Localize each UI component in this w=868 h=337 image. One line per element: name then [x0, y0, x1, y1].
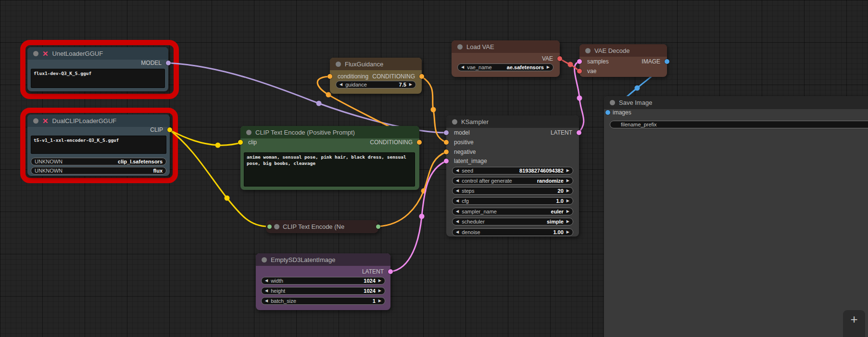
node-canvas[interactable]: ✕ UnetLoaderGGUF MODEL flux1-dev-Q3_K_S.… [0, 0, 868, 337]
increment-arrow-icon[interactable]: ▶ [378, 289, 381, 293]
widget-clip-name2[interactable]: UNKNOWN clip_l.safetensors [31, 158, 166, 165]
node-titlebar[interactable]: EmptySD3LatentImage [256, 253, 390, 266]
increment-arrow-icon[interactable]: ▶ [547, 65, 550, 69]
input-port-conditioning[interactable] [327, 74, 332, 79]
node-titlebar[interactable]: ✕ DualCLIPLoaderGGUF [27, 114, 170, 127]
input-port-model[interactable] [444, 130, 449, 135]
widget-type[interactable]: UNKNOWN flux [31, 167, 166, 175]
increment-arrow-icon[interactable]: ▶ [566, 199, 569, 203]
collapse-toggle[interactable] [457, 44, 463, 50]
prompt-text-field[interactable]: anime woman, sensual pose, pink hair, bl… [244, 152, 415, 187]
input-port-positive[interactable] [444, 140, 449, 145]
increment-arrow-icon[interactable]: ▶ [409, 83, 412, 87]
zoom-out-button[interactable]: − [850, 328, 857, 337]
input-port-samples[interactable] [577, 59, 582, 64]
decrement-arrow-icon[interactable]: ◀ [456, 199, 459, 203]
widget-width[interactable]: ◀ width 1024 ▶ [261, 277, 385, 285]
output-port-conditioning[interactable] [417, 140, 422, 145]
collapse-toggle[interactable] [274, 224, 279, 229]
widget-denoise[interactable]: ◀ denoise 1.00 ▶ [452, 228, 573, 236]
collapse-toggle[interactable] [610, 100, 615, 105]
widget-scheduler[interactable]: ◀ scheduler simple ▶ [452, 218, 573, 225]
increment-arrow-icon[interactable]: ▶ [378, 279, 381, 283]
output-port-latent[interactable] [577, 130, 581, 135]
node-title: UnetLoaderGGUF [52, 50, 103, 57]
widget-seed[interactable]: ◀ seed 819382746094382 ▶ [452, 167, 573, 175]
decrement-arrow-icon[interactable]: ◀ [461, 65, 464, 69]
node-cliptextencode-positive[interactable]: CLIP Text Encode (Positive Prompt) clip … [240, 126, 419, 190]
increment-arrow-icon[interactable]: ▶ [566, 230, 569, 234]
collapse-toggle[interactable] [585, 48, 591, 53]
decrement-arrow-icon[interactable]: ◀ [456, 179, 459, 183]
node-ksampler[interactable]: KSampler model positive negative latent_… [446, 115, 579, 237]
node-emptysd3latentimage[interactable]: EmptySD3LatentImage LATENT ◀ width 1024 … [256, 253, 390, 310]
node-titlebar[interactable]: CLIP Text Encode (Positive Prompt) [240, 126, 419, 138]
decrement-arrow-icon[interactable]: ◀ [456, 230, 459, 234]
output-port-conditioning[interactable] [419, 74, 424, 79]
widget-batch-size[interactable]: ◀ batch_size 1 ▶ [261, 297, 385, 305]
widget-steps[interactable]: ◀ steps 20 ▶ [452, 187, 573, 195]
increment-arrow-icon[interactable]: ▶ [566, 210, 569, 213]
output-port-vae[interactable] [557, 56, 562, 61]
output-port-image[interactable] [665, 59, 669, 64]
output-port-clip[interactable] [167, 127, 172, 132]
increment-arrow-icon[interactable]: ▶ [566, 169, 569, 173]
node-titlebar[interactable]: KSampler [446, 115, 579, 128]
collapse-toggle[interactable] [336, 62, 341, 67]
node-titlebar[interactable]: Save Image [604, 96, 868, 109]
decrement-arrow-icon[interactable]: ◀ [456, 210, 459, 213]
collapse-toggle[interactable] [33, 51, 38, 56]
collapse-toggle[interactable] [246, 130, 252, 135]
node-titlebar[interactable]: Load VAE [452, 40, 560, 53]
output-port-latent[interactable] [388, 269, 393, 274]
increment-arrow-icon[interactable]: ▶ [566, 189, 569, 193]
collapse-toggle[interactable] [262, 257, 267, 262]
node-dualcliploadergguf[interactable]: ✕ DualCLIPLoaderGGUF CLIP t5-v1_1-xxl-en… [27, 114, 170, 176]
widget-value: ae.safetensors [507, 64, 544, 70]
node-cliptextencode-negative-collapsed[interactable]: CLIP Text Encode (Ne [266, 220, 378, 233]
increment-arrow-icon[interactable]: ▶ [378, 299, 381, 303]
increment-arrow-icon[interactable]: ▶ [566, 220, 569, 224]
decrement-arrow-icon[interactable]: ◀ [456, 220, 459, 224]
increment-arrow-icon[interactable]: ▶ [566, 179, 569, 183]
node-titlebar[interactable]: VAE Decode [579, 44, 667, 57]
node-titlebar[interactable]: FluxGuidance [330, 58, 422, 70]
widget-guidance[interactable]: ◀ guidance 7.5 ▶ [336, 81, 416, 88]
node-loadvae[interactable]: Load VAE VAE ◀ vae_name ae.safetensors ▶ [452, 40, 560, 77]
widget-cfg[interactable]: ◀ cfg 1.0 ▶ [452, 197, 573, 205]
decrement-arrow-icon[interactable]: ◀ [265, 299, 268, 303]
decrement-arrow-icon[interactable]: ◀ [456, 169, 459, 173]
input-port-negative[interactable] [444, 150, 449, 154]
widget-height[interactable]: ◀ height 1024 ▶ [261, 287, 385, 295]
clip-name-field[interactable]: t5-v1_1-xxl-encoder-Q3_K_S.gguf [31, 136, 166, 154]
node-fluxguidance[interactable]: FluxGuidance conditioning CONDITIONING ◀… [330, 58, 422, 94]
unet-name-field[interactable]: flux1-dev-Q3_K_S.gguf [31, 69, 165, 88]
decrement-arrow-icon[interactable]: ◀ [456, 189, 459, 193]
input-port-vae[interactable] [577, 69, 582, 74]
input-port-clip[interactable] [238, 140, 243, 145]
input-port-images[interactable] [605, 110, 610, 115]
node-titlebar[interactable]: ✕ UnetLoaderGGUF [27, 47, 168, 60]
decrement-arrow-icon[interactable]: ◀ [265, 279, 268, 283]
node-vaedecode[interactable]: VAE Decode samples vae IMAGE [579, 44, 667, 77]
widget-sampler-name[interactable]: ◀ sampler_name euler ▶ [452, 208, 573, 215]
output-port-model[interactable] [166, 61, 171, 65]
collapse-toggle[interactable] [33, 118, 38, 124]
node-title: CLIP Text Encode (Positive Prompt) [255, 129, 355, 136]
widget-label: guidance [345, 82, 367, 87]
widget-filename-prefix[interactable]: filename_prefix [610, 121, 868, 128]
widget-value: 1.00 [553, 229, 563, 235]
widget-control-after-generate[interactable]: ◀ control after generate randomize ▶ [452, 177, 573, 185]
zoom-controls[interactable]: + − [843, 310, 865, 337]
widget-vae-name[interactable]: ◀ vae_name ae.safetensors ▶ [457, 63, 554, 71]
input-port-latent-image[interactable] [444, 159, 449, 163]
node-saveimage[interactable]: Save Image images filename_prefix [604, 96, 868, 337]
collapse-toggle[interactable] [452, 119, 457, 125]
decrement-arrow-icon[interactable]: ◀ [265, 289, 268, 293]
collapsed-input-port[interactable] [267, 225, 272, 229]
node-unetloadergguf[interactable]: ✕ UnetLoaderGGUF MODEL flux1-dev-Q3_K_S.… [27, 47, 168, 91]
collapsed-output-port[interactable] [376, 225, 380, 229]
decrement-arrow-icon[interactable]: ◀ [340, 83, 342, 87]
output-label-conditioning: CONDITIONING [370, 139, 413, 146]
zoom-in-button[interactable]: + [850, 310, 857, 328]
